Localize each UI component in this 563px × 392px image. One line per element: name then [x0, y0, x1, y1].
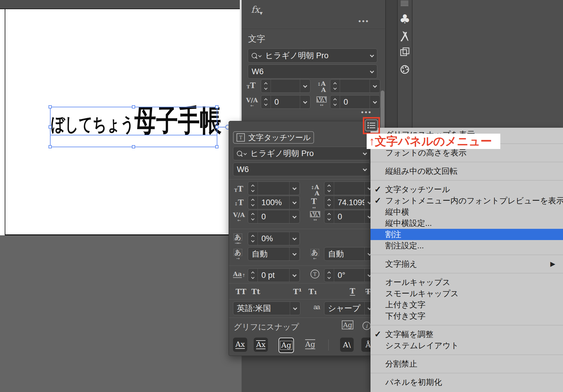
menu-item-system-layout[interactable]: システムレイアウト [371, 340, 563, 351]
menu-item-warichu[interactable]: 割注 [371, 229, 563, 240]
menu-item-touch-type-tool[interactable]: ✓文字タッチツール [371, 184, 563, 195]
dock-leading-value [340, 80, 370, 93]
menu-item-font-preview[interactable]: ✓フォントメニュー内のフォントプレビューを表示 [371, 195, 563, 206]
handle-top-left[interactable] [48, 105, 52, 108]
all-caps-button[interactable]: TT [234, 286, 248, 297]
float-font-family-value: ヒラギノ明朝 Pro [250, 148, 314, 159]
menu-separator [371, 370, 563, 377]
panel-overflow-dots-lower[interactable]: ••• [361, 108, 372, 116]
handle-top-right[interactable] [215, 105, 219, 108]
snap-embox-button[interactable]: Ag [279, 338, 294, 353]
kerning-icon: V/A ← [233, 212, 245, 222]
font-size-stepper[interactable] [261, 80, 271, 93]
tsume-field[interactable]: 0% [248, 232, 300, 245]
kerning-stepper[interactable] [261, 95, 271, 108]
underline-button[interactable]: T [348, 286, 357, 297]
float-tracking-field[interactable]: 0 [324, 210, 372, 223]
touch-tool-button[interactable]: T 文字タッチツール [233, 131, 314, 144]
app-background [0, 235, 242, 392]
snap-xheight-button[interactable]: Ax [254, 338, 268, 352]
small-caps-button[interactable]: Tt [249, 286, 263, 297]
subscript-button[interactable]: T₁ [308, 286, 318, 297]
dock-font-style-dropdown[interactable] [367, 65, 377, 78]
handle-bottom-left[interactable] [48, 145, 52, 148]
baseline-shift-field[interactable]: 0 pt [248, 268, 300, 282]
antialias-field[interactable]: シャープ [324, 302, 372, 315]
float-font-style-field[interactable]: W6 [233, 163, 370, 176]
menu-item-adjust-char-width[interactable]: ✓文字幅を調整 [371, 329, 563, 340]
glyph-guides-icon[interactable]: Ag [342, 321, 353, 329]
fx-button[interactable]: fx▼ [251, 4, 263, 15]
menu-item-tate-chu-yoko-settings[interactable]: 縦中横設定... [371, 218, 563, 229]
menu-item-all-caps[interactable]: オールキャップス [371, 277, 563, 288]
dock-kerning-dropdown[interactable] [300, 95, 310, 108]
artboard-left-border [5, 9, 5, 235]
dock-font-family-dropdown[interactable] [367, 49, 377, 62]
menu-item-no-break[interactable]: 分割禁止 [371, 358, 563, 370]
horizontal-scale-value: 74.1099 [334, 196, 364, 209]
tsume-icon: あ →← [234, 234, 242, 245]
char-rotation-field[interactable]: 0° [324, 268, 372, 282]
handle-bottom-right[interactable] [215, 145, 219, 148]
snap-baseline-button[interactable]: Ax [233, 338, 247, 352]
text-object[interactable]: ぼしてちょう母子手帳 [51, 105, 221, 135]
float-font-style-dropdown[interactable] [360, 163, 370, 176]
floating-character-panel: T 文字タッチツール ヒラギノ明朝 Pro W6 TT ↕A [229, 121, 372, 356]
handle-middle-left[interactable] [48, 125, 52, 129]
dock-font-size-field[interactable] [261, 79, 310, 93]
handle-middle-right[interactable] [215, 125, 219, 129]
snap-divider [328, 339, 329, 351]
dock-font-family-field[interactable]: ヒラギノ明朝 Pro [248, 48, 377, 63]
language-field[interactable]: 英語:米国 [233, 302, 300, 315]
handle-bottom-center[interactable] [132, 145, 135, 148]
search-icon [237, 151, 242, 156]
dock-grabber-icon[interactable] [401, 1, 408, 6]
tracking-icon: VA ↔ [310, 211, 320, 222]
panel-overflow-dots[interactable]: ••• [358, 17, 369, 25]
artboards-panel-icon[interactable] [400, 47, 410, 58]
menu-item-small-caps[interactable]: スモールキャップス [371, 288, 563, 299]
divider [229, 265, 372, 266]
float-font-size-field[interactable] [248, 182, 300, 195]
touch-tool-label: 文字タッチツール [248, 132, 311, 143]
language-value: 英語:米国 [233, 302, 290, 315]
aki-before-field[interactable]: 自動 [248, 247, 300, 261]
text-baseline-line [50, 135, 217, 135]
symbols-panel-icon[interactable]: ♣ [399, 12, 411, 26]
dock-leading-field[interactable] [330, 79, 380, 93]
dock-tracking-field[interactable]: 0 [330, 95, 380, 109]
menu-item-reset-panel[interactable]: パネルを初期化 [371, 377, 563, 388]
brushes-panel-icon[interactable] [400, 31, 410, 43]
check-icon: ✓ [374, 184, 381, 194]
tracking-stepper[interactable] [330, 95, 340, 108]
leading-stepper[interactable] [330, 80, 340, 93]
menu-item-subscript[interactable]: 下付き文字 [371, 310, 563, 322]
float-font-family-field[interactable]: ヒラギノ明朝 Pro [233, 147, 370, 160]
font-size-icon: TT [234, 185, 243, 193]
dock-font-style-field[interactable]: W6 [248, 64, 377, 79]
snap-angle-button[interactable]: A\ [340, 338, 354, 352]
handle-top-center[interactable] [132, 105, 135, 108]
menu-item-warichu-settings[interactable]: 割注設定... [371, 240, 563, 251]
info-icon[interactable]: i [363, 322, 371, 330]
color-panel-icon[interactable] [400, 64, 410, 76]
horizontal-scale-field[interactable]: 74.1099 [324, 196, 372, 209]
dock-font-size-dropdown[interactable] [300, 80, 310, 93]
float-leading-field[interactable] [324, 182, 372, 195]
vertical-scale-field[interactable]: 100% [248, 196, 300, 209]
superscript-button[interactable]: T¹ [292, 286, 303, 297]
dock-font-style-value: W6 [248, 65, 367, 78]
dock-kerning-field[interactable]: 0 [261, 95, 310, 109]
aki-after-field[interactable]: 自動 [324, 247, 372, 261]
dock-tracking-dropdown[interactable] [370, 95, 380, 108]
float-kerning-field[interactable]: 0 [248, 210, 300, 223]
dock-leading-dropdown[interactable] [370, 80, 380, 93]
menu-item-tate-chu-yoko[interactable]: 縦中横 [371, 206, 563, 218]
snap-glyph-bounds-button[interactable]: Ag [305, 340, 315, 349]
menu-item-char-alignment[interactable]: 文字揃え▶ [371, 258, 563, 270]
menu-item-roman-rotation[interactable]: 縦組み中の欧文回転 [371, 166, 563, 177]
character-panel-title: 文字 [248, 33, 265, 45]
float-leading-value [334, 182, 364, 195]
menu-item-superscript[interactable]: 上付き文字 [371, 299, 563, 310]
aki-before-value: 自動 [248, 247, 289, 260]
